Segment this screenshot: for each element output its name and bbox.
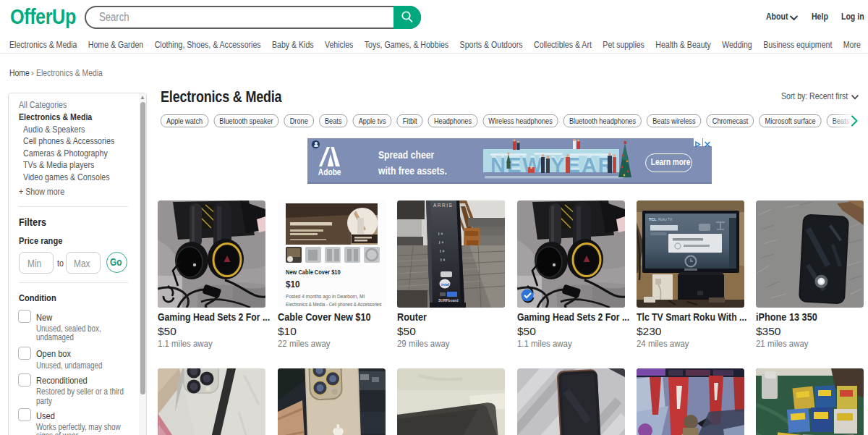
svg-text:Electronics & Media - Cell pho: Electronics & Media - Cell phones & Acce…	[286, 301, 382, 308]
svg-text:New Cable Cover $10: New Cable Cover $10	[286, 269, 341, 276]
svg-text:$10: $10	[286, 279, 300, 290]
svg-text:intel: intel	[441, 282, 450, 287]
svg-text:Posted 4 months ago in Dearbor: Posted 4 months ago in Dearborn, MI	[286, 294, 365, 300]
svg-text:SURFboard: SURFboard	[438, 298, 459, 303]
svg-text:Roku TV: Roku TV	[658, 217, 673, 221]
svg-text:TCL: TCL	[649, 217, 657, 221]
svg-text:ARRIS: ARRIS	[433, 203, 453, 208]
